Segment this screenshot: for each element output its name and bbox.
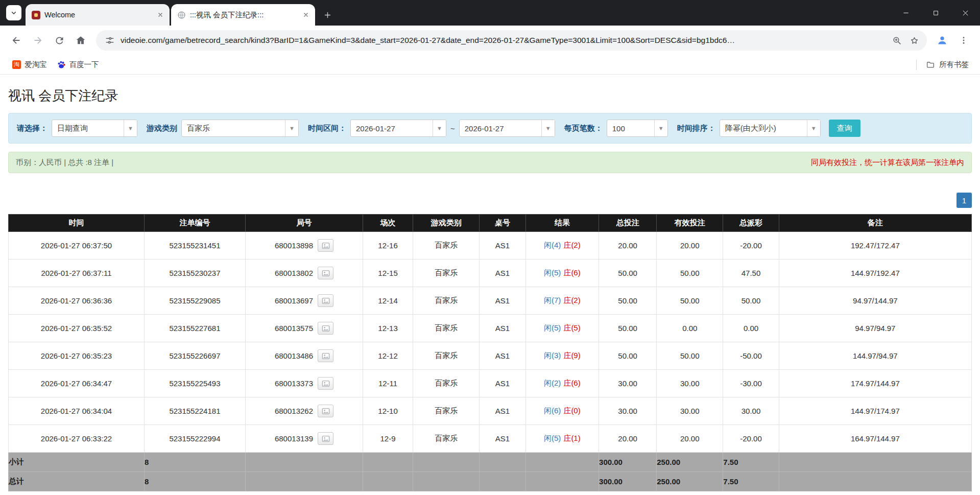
- header-time: 时间: [9, 215, 145, 232]
- url-bar[interactable]: videoie.com/game/betrecord_search/kind3?…: [96, 30, 927, 51]
- chevron-down-icon[interactable]: ▼: [541, 120, 555, 136]
- game-kind-select[interactable]: 百家乐 ▼: [181, 120, 299, 137]
- chevron-down-icon[interactable]: ▼: [285, 120, 298, 136]
- page-1-button[interactable]: 1: [957, 193, 972, 208]
- range-separator: ~: [450, 124, 455, 133]
- per-page-select[interactable]: 100 ▼: [607, 120, 668, 137]
- cell-bet-no: 523155231451: [144, 232, 245, 260]
- cell-bet-no: 523155229085: [144, 287, 245, 315]
- cell-time: 2026-01-27 06:35:52: [9, 315, 145, 342]
- cell-game-kind: 百家乐: [413, 315, 480, 342]
- all-bookmarks-button[interactable]: 所有书签: [922, 58, 973, 72]
- game-result-button[interactable]: [318, 239, 333, 252]
- date-range-label: 时间区间：: [308, 124, 346, 133]
- game-result-button[interactable]: [318, 377, 333, 390]
- cell-game-kind: 百家乐: [413, 370, 480, 397]
- cell-note: 94.97/144.97: [779, 287, 971, 315]
- round-number: 680013373: [275, 379, 313, 388]
- cell-session: 12-10: [363, 397, 413, 425]
- picture-icon: [322, 325, 330, 332]
- browser-toolbar: videoie.com/game/betrecord_search/kind3?…: [0, 26, 980, 55]
- game-result-button[interactable]: [318, 294, 333, 307]
- new-tab-button[interactable]: [320, 7, 335, 22]
- cell-note: 192.47/172.47: [779, 232, 971, 260]
- cell-result: 闲(6)庄(0): [525, 397, 599, 425]
- game-result-button[interactable]: [318, 267, 333, 279]
- minimize-button[interactable]: [891, 0, 921, 26]
- bookmark-baidu[interactable]: 百度一下: [52, 58, 104, 72]
- zoom-button[interactable]: [888, 32, 905, 49]
- chevron-down-icon[interactable]: ▼: [124, 120, 137, 136]
- cell-result: 闲(7)庄(2): [525, 287, 599, 315]
- chevron-down-icon[interactable]: ▼: [807, 120, 820, 136]
- reload-button[interactable]: [49, 30, 69, 51]
- game-result-button[interactable]: [318, 349, 333, 362]
- picture-icon: [322, 380, 330, 387]
- date-end-value: 2026-01-27: [460, 120, 541, 136]
- reload-icon: [54, 35, 65, 46]
- cell-note: 164.97/144.97: [779, 425, 971, 453]
- tab-close-icon[interactable]: [155, 10, 165, 20]
- cell-total-bet: 50.00: [599, 287, 657, 315]
- query-type-select[interactable]: 日期查询 ▼: [52, 120, 137, 137]
- chevron-down-icon[interactable]: ▼: [433, 120, 446, 136]
- forward-button[interactable]: [28, 30, 48, 51]
- select-type-label: 请选择：: [17, 124, 47, 133]
- search-button[interactable]: 查询: [829, 120, 861, 137]
- bookmark-star-button[interactable]: [905, 32, 923, 49]
- tab-strip: Welcome :::视讯 会员下注纪录:::: [0, 0, 980, 26]
- close-window-button[interactable]: [950, 0, 980, 26]
- chevron-down-icon[interactable]: ▼: [654, 120, 667, 136]
- cell-note: 144.97/192.47: [779, 260, 971, 287]
- game-result-button[interactable]: [318, 405, 333, 417]
- cell-total-bet: 20.00: [599, 425, 657, 453]
- tab-search-button[interactable]: [6, 5, 21, 20]
- cell-total-bet: 30.00: [599, 397, 657, 425]
- table-row: 2026-01-27 06:37:50 523155231451 6800138…: [9, 232, 972, 260]
- header-game-kind: 游戏类别: [413, 215, 480, 232]
- baidu-paw-icon: [57, 60, 66, 69]
- game-result-button[interactable]: [318, 322, 333, 335]
- cell-payout: 47.50: [723, 260, 779, 287]
- summary-bar: 币别：人民币 | 总共 :8 注单 | 同局有效投注，统一计算在该局第一张注单内: [8, 152, 972, 173]
- window-controls: [891, 0, 980, 26]
- result-banker: 庄(0): [563, 406, 580, 415]
- back-button[interactable]: [6, 30, 27, 51]
- cell-valid-bet: 50.00: [657, 342, 723, 370]
- table-header-row: 时间 注单编号 局号 场次 游戏类别 桌号 结果 总投注 有效投注 总派彩 备注: [9, 215, 972, 232]
- tab-welcome[interactable]: Welcome: [26, 4, 170, 26]
- sort-select[interactable]: 降幂(由大到小) ▼: [720, 120, 821, 137]
- cell-round-no: 680013802: [245, 260, 363, 287]
- table-row: 2026-01-27 06:35:23 523155226697 6800134…: [9, 342, 972, 370]
- home-button[interactable]: [70, 30, 91, 51]
- header-bet-no: 注单编号: [144, 215, 245, 232]
- picture-icon: [322, 435, 330, 442]
- game-kind-value: 百家乐: [182, 120, 285, 136]
- bookmark-aitaobao[interactable]: 淘 爱淘宝: [7, 58, 52, 72]
- header-payout: 总派彩: [723, 215, 779, 232]
- date-end-select[interactable]: 2026-01-27 ▼: [459, 120, 555, 137]
- cell-round-no: 680013262: [245, 397, 363, 425]
- cell-round-no: 680013575: [245, 315, 363, 342]
- cell-bet-no: 523155225493: [144, 370, 245, 397]
- date-start-select[interactable]: 2026-01-27 ▼: [350, 120, 446, 137]
- cell-valid-bet: 50.00: [657, 287, 723, 315]
- cell-round-no: 680013697: [245, 287, 363, 315]
- site-info-button[interactable]: [103, 34, 116, 47]
- profile-button[interactable]: [932, 30, 952, 51]
- cell-payout: 0.00: [723, 315, 779, 342]
- menu-button[interactable]: [953, 30, 974, 51]
- game-result-button[interactable]: [318, 432, 333, 445]
- result-banker: 庄(9): [563, 351, 580, 360]
- cell-payout: -50.00: [723, 342, 779, 370]
- maximize-button[interactable]: [921, 0, 950, 26]
- cell-note: 144.97/94.97: [779, 342, 971, 370]
- cell-session: 12-14: [363, 287, 413, 315]
- cell-round-no: 680013139: [245, 425, 363, 453]
- tab-bet-records[interactable]: :::视讯 会员下注纪录:::: [171, 4, 315, 26]
- cell-table-no: AS1: [480, 315, 526, 342]
- tab-close-icon[interactable]: [301, 10, 311, 20]
- result-player: 闲(5): [544, 268, 561, 277]
- cell-session: 12-15: [363, 260, 413, 287]
- round-number: 680013139: [275, 434, 313, 443]
